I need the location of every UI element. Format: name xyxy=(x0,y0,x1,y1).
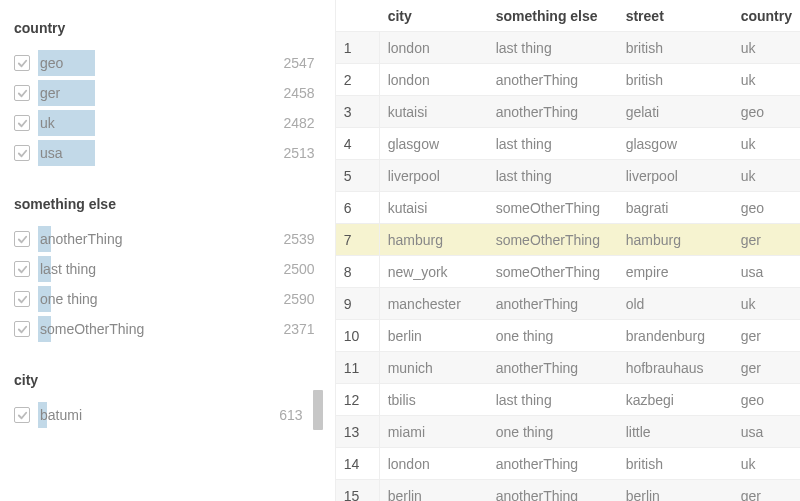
table-row[interactable]: 4glasgowlast thingglasgowuk xyxy=(336,128,800,160)
checkbox-icon[interactable] xyxy=(14,85,30,101)
table-row[interactable]: 11munichanotherThinghofbrauhausger xyxy=(336,352,800,384)
checkbox-icon[interactable] xyxy=(14,115,30,131)
cell-street: liverpool xyxy=(618,168,733,184)
cell-city: kutaisi xyxy=(380,104,488,120)
row-number: 1 xyxy=(336,32,380,63)
table-row[interactable]: 12tbilislast thingkazbegigeo xyxy=(336,384,800,416)
facet-sidebar: countrygeo2547ger2458uk2482usa2513someth… xyxy=(0,0,335,501)
row-number: 8 xyxy=(336,256,380,287)
cell-city: liverpool xyxy=(380,168,488,184)
row-number: 7 xyxy=(336,224,380,255)
cell-country: uk xyxy=(733,168,800,184)
facet-count: 2547 xyxy=(284,55,321,71)
facet-label: batumi xyxy=(40,407,279,423)
checkbox-icon[interactable] xyxy=(14,407,30,423)
checkbox-icon[interactable] xyxy=(14,321,30,337)
cell-something: last thing xyxy=(488,40,618,56)
cell-city: london xyxy=(380,72,488,88)
facet-item[interactable]: ger2458 xyxy=(10,78,325,108)
table-row[interactable]: 9manchesteranotherThingolduk xyxy=(336,288,800,320)
facet-title: city xyxy=(10,372,325,388)
facet-item[interactable]: anotherThing2539 xyxy=(10,224,325,254)
cell-city: hamburg xyxy=(380,232,488,248)
cell-street: british xyxy=(618,72,733,88)
cell-city: kutaisi xyxy=(380,200,488,216)
cell-country: usa xyxy=(733,264,800,280)
col-header-something[interactable]: something else xyxy=(488,8,618,24)
table-row[interactable]: 3kutaisianotherThinggelatigeo xyxy=(336,96,800,128)
cell-street: kazbegi xyxy=(618,392,733,408)
row-number: 5 xyxy=(336,160,380,191)
table-row[interactable]: 7hamburgsomeOtherThinghamburgger xyxy=(336,224,800,256)
cell-country: ger xyxy=(733,488,800,502)
facet-label: last thing xyxy=(40,261,284,277)
row-number: 10 xyxy=(336,320,380,351)
cell-country: uk xyxy=(733,40,800,56)
cell-city: berlin xyxy=(380,328,488,344)
checkbox-icon[interactable] xyxy=(14,231,30,247)
cell-country: uk xyxy=(733,296,800,312)
cell-city: tbilis xyxy=(380,392,488,408)
cell-city: new_york xyxy=(380,264,488,280)
facet-group-something-else: something elseanotherThing2539last thing… xyxy=(10,196,325,344)
cell-street: gelati xyxy=(618,104,733,120)
cell-city: miami xyxy=(380,424,488,440)
cell-street: empire xyxy=(618,264,733,280)
cell-country: ger xyxy=(733,360,800,376)
checkbox-icon[interactable] xyxy=(14,291,30,307)
cell-street: british xyxy=(618,456,733,472)
checkbox-icon[interactable] xyxy=(14,145,30,161)
cell-something: one thing xyxy=(488,328,618,344)
cell-something: last thing xyxy=(488,392,618,408)
col-header-street[interactable]: street xyxy=(618,8,733,24)
col-header-country[interactable]: country xyxy=(733,8,800,24)
cell-street: hamburg xyxy=(618,232,733,248)
row-number: 12 xyxy=(336,384,380,415)
facet-item[interactable]: usa2513 xyxy=(10,138,325,168)
facet-item[interactable]: one thing2590 xyxy=(10,284,325,314)
facet-item[interactable]: batumi613 xyxy=(10,400,325,430)
col-header-city[interactable]: city xyxy=(380,8,488,24)
grid-header: citysomething elsestreetcountry xyxy=(336,0,800,32)
row-number: 11 xyxy=(336,352,380,383)
table-row[interactable]: 6kutaisisomeOtherThingbagratigeo xyxy=(336,192,800,224)
cell-something: anotherThing xyxy=(488,456,618,472)
table-row[interactable]: 1londonlast thingbritishuk xyxy=(336,32,800,64)
table-row[interactable]: 8new_yorksomeOtherThingempireusa xyxy=(336,256,800,288)
scrollbar-thumb[interactable] xyxy=(313,390,323,430)
data-grid: citysomething elsestreetcountry1londonla… xyxy=(335,0,800,501)
cell-country: uk xyxy=(733,136,800,152)
cell-city: london xyxy=(380,456,488,472)
cell-city: glasgow xyxy=(380,136,488,152)
facet-item[interactable]: uk2482 xyxy=(10,108,325,138)
col-header-num[interactable] xyxy=(336,0,380,31)
cell-something: someOtherThing xyxy=(488,264,618,280)
facet-count: 2458 xyxy=(284,85,321,101)
table-row[interactable]: 10berlinone thingbrandenburgger xyxy=(336,320,800,352)
facet-title: something else xyxy=(10,196,325,212)
cell-street: old xyxy=(618,296,733,312)
table-row[interactable]: 5liverpoollast thingliverpooluk xyxy=(336,160,800,192)
facet-item[interactable]: last thing2500 xyxy=(10,254,325,284)
cell-country: geo xyxy=(733,104,800,120)
facet-count: 613 xyxy=(279,407,308,423)
cell-something: anotherThing xyxy=(488,296,618,312)
facet-count: 2513 xyxy=(284,145,321,161)
facet-group-country: countrygeo2547ger2458uk2482usa2513 xyxy=(10,20,325,168)
facet-label: someOtherThing xyxy=(40,321,284,337)
cell-city: manchester xyxy=(380,296,488,312)
facet-count: 2500 xyxy=(284,261,321,277)
table-row[interactable]: 14londonanotherThingbritishuk xyxy=(336,448,800,480)
table-row[interactable]: 15berlinanotherThingberlinger xyxy=(336,480,800,501)
cell-something: anotherThing xyxy=(488,104,618,120)
cell-something: someOtherThing xyxy=(488,200,618,216)
table-row[interactable]: 2londonanotherThingbritishuk xyxy=(336,64,800,96)
facet-item[interactable]: someOtherThing2371 xyxy=(10,314,325,344)
cell-something: anotherThing xyxy=(488,360,618,376)
checkbox-icon[interactable] xyxy=(14,55,30,71)
table-row[interactable]: 13miamione thinglittleusa xyxy=(336,416,800,448)
checkbox-icon[interactable] xyxy=(14,261,30,277)
row-number: 15 xyxy=(336,480,380,501)
facet-title: country xyxy=(10,20,325,36)
facet-item[interactable]: geo2547 xyxy=(10,48,325,78)
